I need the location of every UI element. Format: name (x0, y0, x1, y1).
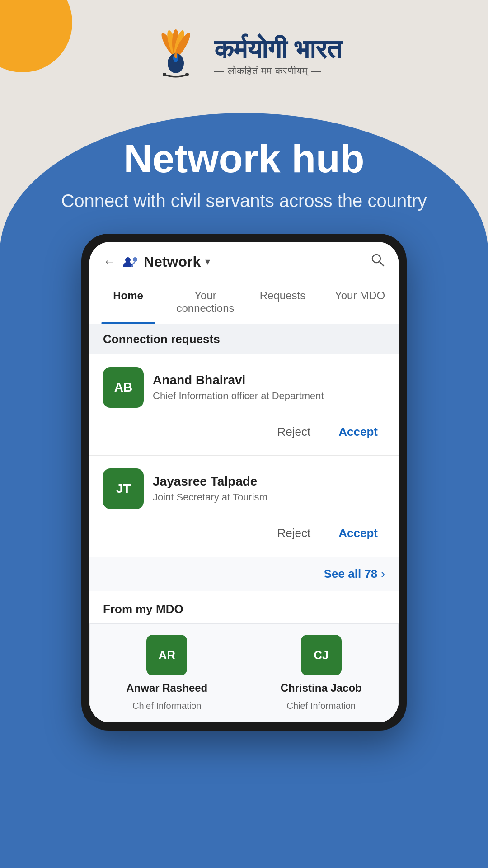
app-content: ← Network ▾ (89, 242, 399, 722)
logo-text: कर्मयोगी भारत — लोकहितं मम करणीयम् — (214, 36, 342, 77)
connection-info-jt: Jayasree Talpade Joint Secretary at Tour… (153, 474, 267, 503)
accept-button-jt[interactable]: Accept (331, 523, 385, 544)
mdo-card-cj[interactable]: CJ Christina Jacob Chief Information (244, 623, 399, 722)
reject-button-ab[interactable]: Reject (270, 421, 318, 443)
logo-hindi-blue: भारत (294, 34, 342, 64)
mdo-name-ar: Anwar Rasheed (126, 682, 207, 694)
logo-hindi: कर्मयोगी भारत (214, 36, 342, 62)
avatar-ab: AB (103, 367, 144, 408)
logo-hindi-orange: कर्मयोगी (214, 34, 287, 64)
connection-requests-header: Connection requests (89, 324, 399, 354)
mdo-header: From my MDO (89, 591, 399, 623)
mdo-name-cj: Christina Jacob (281, 682, 362, 694)
logo: कर्मयोगी भारत — लोकहितं मम करणीयम् — (146, 27, 342, 86)
connection-name-ab: Anand Bhairavi (153, 373, 324, 387)
connection-actions-ab: Reject Accept (103, 417, 385, 443)
page-title-section: Network hub Connect with civil servants … (0, 99, 488, 234)
connection-actions-jt: Reject Accept (103, 518, 385, 544)
mdo-role-cj: Chief Information (287, 701, 356, 711)
mdo-title: From my MDO (103, 602, 183, 616)
see-all-row[interactable]: See all 78 › (89, 557, 399, 591)
header: कर्मयोगी भारत — लोकहितं मम करणीयम् — (0, 0, 488, 99)
topbar-title: Network (144, 254, 201, 270)
logo-tagline: — लोकहितं मम करणीयम् — (214, 65, 321, 77)
connection-role-jt: Joint Secretary at Tourism (153, 491, 267, 503)
svg-point-8 (163, 73, 166, 76)
connection-info-ab: Anand Bhairavi Chief Information officer… (153, 373, 324, 402)
connection-top-ab: AB Anand Bhairavi Chief Information offi… (103, 367, 385, 408)
page-title: Network hub (0, 136, 488, 182)
phone-wrapper: ← Network ▾ (0, 234, 488, 731)
connection-requests-title: Connection requests (103, 332, 220, 346)
connection-name-jt: Jayasree Talpade (153, 474, 267, 489)
tab-your-connections[interactable]: Your connections (167, 280, 244, 324)
app-topbar: ← Network ▾ (89, 242, 399, 280)
connection-role-ab: Chief Information officer at Department (153, 390, 324, 402)
connection-item-jt: JT Jayasree Talpade Joint Secretary at T… (89, 456, 399, 557)
see-all-label: See all 78 (324, 567, 378, 581)
network-icon-group: Network ▾ (123, 254, 210, 270)
network-people-icon (123, 255, 139, 268)
tab-requests[interactable]: Requests (244, 280, 321, 324)
app-tabs: Home Your connections Requests Your MDO (89, 280, 399, 324)
dropdown-arrow-icon[interactable]: ▾ (205, 256, 210, 268)
svg-point-11 (133, 257, 137, 262)
mdo-card-ar[interactable]: AR Anwar Rasheed Chief Information (89, 623, 244, 722)
avatar-jt: JT (103, 468, 144, 509)
logo-icon (146, 27, 205, 86)
mdo-grid: AR Anwar Rasheed Chief Information CJ Ch… (89, 623, 399, 722)
mdo-role-ar: Chief Information (132, 701, 201, 711)
reject-button-jt[interactable]: Reject (270, 523, 318, 544)
tab-home[interactable]: Home (89, 280, 167, 324)
connection-top-jt: JT Jayasree Talpade Joint Secretary at T… (103, 468, 385, 509)
topbar-left: ← Network ▾ (103, 254, 210, 270)
mdo-section: From my MDO AR Anwar Rasheed Chief Infor… (89, 591, 399, 722)
connection-item-ab: AB Anand Bhairavi Chief Information offi… (89, 354, 399, 456)
phone-inner: ← Network ▾ (89, 242, 399, 722)
mdo-avatar-cj: CJ (301, 635, 342, 675)
page-subtitle: Connect with civil servants across the c… (0, 191, 488, 211)
svg-point-7 (174, 53, 177, 58)
svg-point-9 (185, 73, 189, 76)
svg-line-13 (380, 262, 384, 266)
see-all-chevron-icon: › (381, 567, 385, 581)
tab-your-mdo[interactable]: Your MDO (321, 280, 399, 324)
back-button[interactable]: ← (103, 255, 116, 269)
phone-outer: ← Network ▾ (81, 234, 407, 731)
search-button[interactable] (371, 253, 385, 271)
mdo-avatar-ar: AR (146, 635, 187, 675)
accept-button-ab[interactable]: Accept (331, 421, 385, 443)
